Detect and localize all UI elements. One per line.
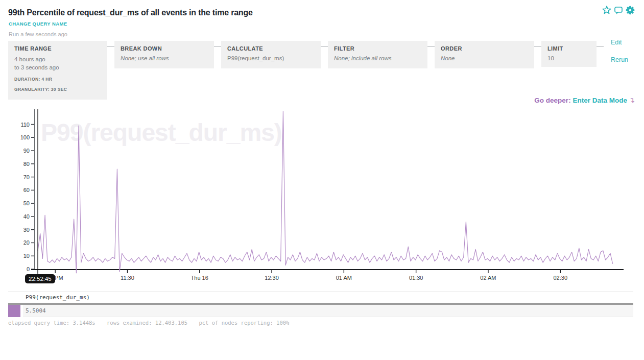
panel-label: TIME RANGE <box>14 45 101 52</box>
result-value: 5.5004 <box>23 307 46 314</box>
panel-label: CALCULATE <box>227 45 315 52</box>
gear-icon[interactable] <box>626 6 635 15</box>
y-tick-label: 80 <box>23 161 30 167</box>
go-deeper-prefix: Go deeper: <box>534 97 570 104</box>
go-deeper: Go deeper: Enter Data Mode ↴ <box>534 96 635 104</box>
panel-connector <box>214 46 221 46</box>
rows-examined: rows examined: 12,403,105 <box>107 320 187 326</box>
comment-icon[interactable] <box>614 6 623 15</box>
query-stats: elapsed query time: 3.1448s rows examine… <box>8 320 297 326</box>
x-tick-label: 01:30 <box>409 275 423 281</box>
y-tick-label: 70 <box>23 174 30 180</box>
y-tick-label: 30 <box>23 227 30 233</box>
panel-value: None <box>441 55 528 61</box>
swatch-header-cell <box>8 292 20 303</box>
panel-break-down[interactable]: BREAK DOWN None; use all rows <box>114 41 214 68</box>
time-range-duration: DURATION: 4 HR <box>14 77 101 82</box>
run-status-text: Run a few seconds ago <box>9 31 67 37</box>
panel-connector <box>321 46 328 46</box>
panel-limit[interactable]: LIMIT 10 <box>541 41 597 67</box>
time-range-start: 4 hours ago <box>14 55 101 63</box>
panel-connector <box>597 46 604 46</box>
panel-calculate[interactable]: CALCULATE P99(request_dur_ms) <box>221 41 321 68</box>
y-tick-label: 20 <box>23 239 30 246</box>
query-builder: TIME RANGE 4 hours ago to 3 seconds ago … <box>8 41 604 100</box>
time-range-granularity: GRANULARITY: 30 SEC <box>14 87 101 92</box>
panel-value: None; use all rows <box>121 55 208 61</box>
results-header-row: P99(request_dur_ms) <box>8 291 633 303</box>
query-results-page: 99th Percentile of request_dur_ms of all… <box>0 0 644 360</box>
results-column-header[interactable]: P99(request_dur_ms) <box>23 294 90 301</box>
edit-query-link[interactable]: Edit <box>611 39 622 46</box>
y-tick-label: 110 <box>20 122 30 128</box>
timeseries-chart[interactable]: P99(request_dur_ms)010203040506070809010… <box>0 107 644 286</box>
rerun-query-link[interactable]: Rerun <box>611 56 628 63</box>
enter-data-mode-link[interactable]: Enter Data Mode <box>573 97 627 104</box>
x-tick-label: 02 AM <box>480 275 496 281</box>
data-mode-arrow-icon: ↴ <box>629 97 635 104</box>
elapsed-query-time: elapsed query time: 3.1448s <box>8 320 96 326</box>
panel-value: 10 <box>547 55 590 61</box>
change-query-name-link[interactable]: CHANGE QUERY NAME <box>9 21 67 27</box>
x-tick-label: 11:30 <box>121 275 134 281</box>
table-row[interactable]: 5.5004 <box>8 305 633 317</box>
panel-connector <box>534 46 541 46</box>
panel-order[interactable]: ORDER None <box>435 41 534 68</box>
y-tick-label: 0 <box>27 266 30 272</box>
panel-value: P99(request_dur_ms) <box>227 55 315 61</box>
panel-connector <box>427 46 435 46</box>
panel-value: None; include all rows <box>334 55 421 61</box>
results-table: P99(request_dur_ms) 5.5004 <box>8 291 633 317</box>
panel-time-range[interactable]: TIME RANGE 4 hours ago to 3 seconds ago … <box>8 41 107 100</box>
y-tick-label: 100 <box>20 134 30 140</box>
y-tick-label: 10 <box>23 253 30 259</box>
time-range-end: to 3 seconds ago <box>14 63 101 71</box>
x-tick-label: 12:30 <box>265 275 279 281</box>
toolbar <box>602 6 635 15</box>
y-tick-label: 90 <box>23 148 30 154</box>
pct-nodes-reporting: pct of nodes reporting: 100% <box>199 320 289 326</box>
panel-label: BREAK DOWN <box>121 45 208 52</box>
panel-label: FILTER <box>334 45 421 52</box>
x-tick-label: Thu 16 <box>191 275 208 281</box>
panel-label: LIMIT <box>547 45 590 52</box>
x-tick-label: 02:30 <box>553 275 567 281</box>
panel-filter[interactable]: FILTER None; include all rows <box>328 41 427 68</box>
x-tick-label: 01 AM <box>336 275 352 281</box>
y-tick-label: 40 <box>23 213 30 220</box>
star-icon[interactable] <box>602 6 611 15</box>
page-title: 99th Percentile of request_dur_ms of all… <box>8 8 253 17</box>
time-cursor-tooltip: 22:52:45 <box>25 274 55 283</box>
panel-label: ORDER <box>441 45 528 52</box>
panel-connector <box>107 46 114 46</box>
y-tick-label: 50 <box>23 200 30 206</box>
series-color-swatch <box>8 305 20 317</box>
chart-watermark: P99(request_dur_ms) <box>41 119 282 146</box>
y-tick-label: 60 <box>23 187 30 193</box>
